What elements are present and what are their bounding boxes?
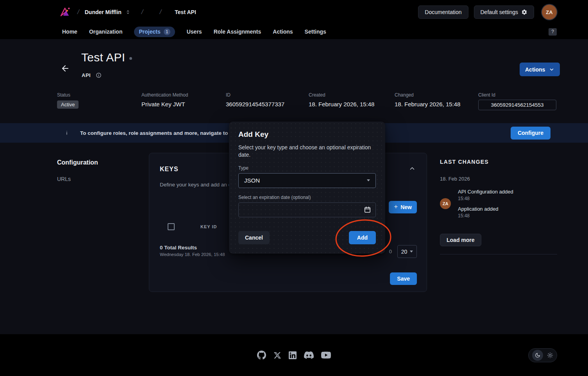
expiration-field-label: Select an expiration date (optional) — [238, 195, 376, 200]
help-button[interactable]: ? — [549, 28, 557, 36]
type-field-label: Type — [238, 165, 376, 171]
footer — [0, 334, 588, 376]
meta-status: Status Active — [57, 92, 141, 110]
chevron-down-icon — [549, 67, 554, 72]
configuration-sidebar: Configuration URLs — [57, 159, 98, 182]
keys-title: KEYS — [160, 166, 179, 173]
actions-button[interactable]: Actions — [520, 63, 560, 76]
banner-info-icon — [64, 130, 70, 136]
tab-projects[interactable]: Projects 1 — [134, 27, 175, 37]
tab-users[interactable]: Users — [187, 29, 202, 35]
tab-organization[interactable]: Organization — [89, 29, 123, 35]
save-button[interactable]: Save — [390, 272, 417, 285]
total-results: 0 Total Results — [160, 245, 225, 251]
metadata-row: Status Active Authentication Method Priv… — [57, 92, 557, 110]
linkedin-icon[interactable] — [289, 351, 297, 359]
light-mode-button[interactable] — [547, 352, 553, 358]
projects-count-badge: 1 — [164, 29, 170, 35]
keys-description: Define your keys and add an o — [160, 182, 231, 188]
theme-toggle — [528, 348, 557, 362]
results-timestamp: Wednesday 18. Feb 2026, 15:48 — [160, 252, 225, 257]
breadcrumb-slash: / — [141, 8, 143, 16]
configuration-title: Configuration — [57, 159, 98, 166]
dialog-actions: Cancel Add — [238, 231, 376, 244]
chevron-up-icon[interactable] — [409, 165, 416, 172]
meta-auth-method: Authentication Method Private Key JWT — [141, 92, 226, 110]
x-twitter-icon[interactable] — [273, 351, 281, 359]
app-type-label: API — [82, 72, 91, 78]
unfold-more-icon — [125, 9, 130, 16]
column-key-id: KEY ID — [200, 224, 217, 229]
sidebar-item-urls[interactable]: URLs — [57, 176, 98, 182]
add-key-dialog: Add Key Select your key type and choose … — [229, 122, 385, 254]
new-key-button[interactable]: + New — [389, 201, 417, 213]
client-id-value[interactable]: 360592914562154553 — [478, 100, 556, 110]
divider — [440, 254, 557, 254]
breadcrumb-project[interactable]: Test API — [175, 9, 196, 15]
top-header: / Dunder Mifflin / / Test API Documentat… — [0, 0, 588, 39]
page-range: 0 — [389, 249, 392, 254]
last-changes-panel: LAST CHANGES 18. Feb 2026 ZA API Configu… — [440, 159, 557, 218]
meta-client-id: Client Id 360592914562154553 — [478, 92, 557, 110]
discord-icon[interactable] — [304, 350, 314, 360]
load-more-button[interactable]: Load more — [440, 234, 481, 246]
tab-actions[interactable]: Actions — [273, 29, 293, 35]
key-type-select[interactable]: JSON — [238, 173, 376, 188]
banner-text: To configure roles, role assignments and… — [80, 130, 247, 136]
change-entry: Application added 15:48 — [458, 206, 513, 218]
change-group: ZA API Configuration added 15:48 Applica… — [440, 189, 557, 218]
page-size-select[interactable]: 20 — [397, 245, 417, 258]
plus-icon: + — [394, 203, 398, 211]
documentation-button[interactable]: Documentation — [418, 5, 468, 19]
page-subtitle-row: API — [82, 72, 102, 78]
tab-settings[interactable]: Settings — [305, 29, 326, 35]
add-button[interactable]: Add — [349, 231, 376, 244]
breadcrumb-slash: / — [160, 8, 162, 16]
gear-icon — [521, 9, 527, 15]
change-avatar: ZA — [440, 198, 451, 209]
youtube-icon[interactable] — [321, 350, 331, 360]
org-name: Dunder Mifflin — [85, 9, 122, 15]
cancel-button[interactable]: Cancel — [238, 231, 270, 244]
tab-role-assignments[interactable]: Role Assignments — [214, 29, 261, 35]
meta-created: Created 18. February 2026, 15:48 — [309, 92, 395, 110]
user-avatar[interactable]: ZA — [542, 5, 557, 20]
github-icon[interactable] — [257, 351, 266, 360]
dialog-title: Add Key — [238, 130, 376, 139]
configure-button[interactable]: Configure — [511, 127, 550, 140]
app-screen: / Dunder Mifflin / / Test API Documentat… — [0, 0, 588, 376]
app-logo[interactable] — [59, 5, 72, 19]
paginator: 0 20 — [389, 245, 417, 258]
caret-down-icon — [410, 251, 413, 252]
tab-home[interactable]: Home — [62, 29, 77, 35]
info-icon[interactable] — [96, 72, 102, 78]
status-dot — [129, 57, 132, 60]
main-content: Test API API Actions Status Active Authe… — [0, 39, 588, 334]
breadcrumb-slash: / — [77, 8, 79, 16]
social-links — [257, 350, 331, 360]
header-nav-row: Home Organization Projects 1 Users Role … — [0, 24, 588, 39]
page-title-row: Test API — [81, 51, 132, 64]
default-settings-button[interactable]: Default settings — [474, 5, 534, 19]
status-badge: Active — [57, 100, 79, 109]
header-breadcrumb-row: / Dunder Mifflin / / Test API Documentat… — [0, 0, 588, 24]
last-changes-title: LAST CHANGES — [440, 159, 557, 165]
keys-table-header: KEY ID — [168, 223, 217, 230]
change-entry: API Configuration added 15:48 — [458, 189, 513, 201]
org-switcher[interactable]: Dunder Mifflin — [85, 9, 130, 16]
select-all-checkbox[interactable] — [168, 223, 175, 230]
expiration-date-input[interactable] — [238, 202, 376, 217]
back-button[interactable] — [61, 63, 72, 74]
dark-mode-button[interactable] — [532, 350, 543, 361]
meta-id: ID 360592914545377337 — [226, 92, 309, 110]
dialog-description: Select your key type and choose an optio… — [238, 144, 373, 159]
meta-changed: Changed 18. February 2026, 15:48 — [395, 92, 478, 110]
last-changes-date: 18. Feb 2026 — [440, 176, 557, 182]
calendar-icon[interactable] — [364, 206, 371, 213]
results-summary: 0 Total Results Wednesday 18. Feb 2026, … — [160, 245, 225, 257]
caret-down-icon — [367, 179, 370, 181]
page-title: Test API — [81, 51, 125, 64]
